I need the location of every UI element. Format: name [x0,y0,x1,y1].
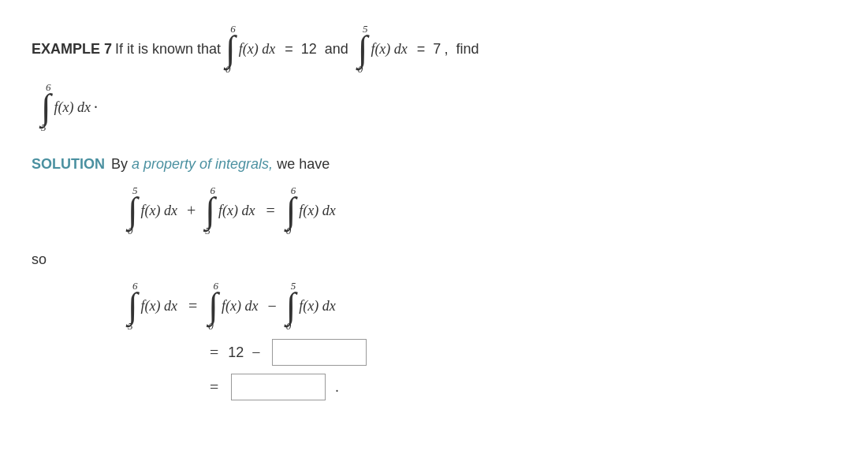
find-integral-line: 6 ∫ 5 f(x) dx · [39,82,836,132]
equals2: = [417,41,426,58]
eq2-minus: − [267,297,276,315]
integral1-sign: ∫ [225,31,236,67]
find-integral-lower: 5 [41,122,47,132]
property-equation: 5 ∫ 0 f(x) dx + 6 ∫ 5 f(x) dx = 6 ∫ 0 f(… [126,185,836,236]
example-label: EXAMPLE 7 [32,41,112,58]
answer-box2[interactable] [231,374,326,400]
comma: , [444,41,448,58]
eq1-int1-expr: f(x) dx [141,203,177,219]
trailing-period2: . [335,379,339,396]
eq2-lhs-sign: ∫ [128,288,138,324]
calc-minus: − [251,344,260,362]
eq2-int2: 5 ∫ 0 f(x) dx [286,281,336,331]
find-integral-sign: ∫ [41,89,51,125]
trailing-period: · [94,99,98,117]
value1: 12 [301,41,317,58]
intro-text: If it is known that [115,41,221,58]
solution-intro: By a property of integrals, we have [111,156,330,173]
calc-equals2: = [210,378,218,396]
find-text: find [456,41,479,58]
eq1-plus: + [187,202,196,220]
example-header: EXAMPLE 7 If it is known that 6 ∫ 0 f(x)… [32,24,836,74]
eq2-int2-lower: 0 [286,321,292,331]
rearranged-equation: 6 ∫ 5 f(x) dx = 6 ∫ 0 f(x) dx − 5 ∫ 0 f(… [126,281,836,331]
eq1-int3-expr: f(x) dx [299,203,335,219]
eq2-lhs-lower: 5 [128,321,133,331]
calc-num: 12 [228,344,244,361]
equals1: = [285,41,293,58]
integral1-lower: 0 [225,64,231,74]
solution-section: SOLUTION By a property of integrals, we … [32,156,836,400]
property-link: a property of integrals, [132,156,273,172]
calc-equals1: = [210,344,218,362]
calc-row2: = . [205,374,836,400]
and-text: and [325,41,348,58]
eq1-int2-expr: f(x) dx [218,203,255,219]
eq2-int1-lower: 0 [208,321,214,331]
eq1-int2-sign: ∫ [205,192,215,229]
solution-header: SOLUTION By a property of integrals, we … [32,156,836,173]
integral2-lower: 0 [358,64,363,74]
answer-box1[interactable] [272,339,367,366]
calc-row1: = 12 − [205,339,836,366]
eq1-int3: 6 ∫ 0 f(x) dx [286,185,336,236]
eq1-int2: 6 ∫ 5 f(x) dx [205,185,255,236]
eq1-equals: = [266,202,274,220]
eq2-int1-sign: ∫ [208,288,218,324]
integral2-expr: f(x) dx [371,41,407,58]
eq1-int1-lower: 0 [128,225,133,236]
eq2-equals: = [188,297,197,315]
so-text: so [32,251,836,268]
eq1-int1: 5 ∫ 0 f(x) dx [128,185,177,236]
eq2-lhs-expr: f(x) dx [141,298,177,315]
eq1-int3-lower: 0 [286,225,292,236]
value2: 7 [433,41,441,58]
solution-label: SOLUTION [32,156,105,173]
integral1-expr: f(x) dx [239,41,275,58]
eq1-int2-lower: 5 [205,225,210,236]
eq2-int1-expr: f(x) dx [222,298,258,315]
eq1-int1-sign: ∫ [128,192,138,229]
eq2-lhs: 6 ∫ 5 f(x) dx [128,281,177,331]
eq2-int1: 6 ∫ 0 f(x) dx [208,281,258,331]
integral1: 6 ∫ 0 f(x) dx [225,24,275,74]
integral2: 5 ∫ 0 f(x) dx [358,24,408,74]
integral2-sign: ∫ [358,31,368,67]
find-integral: 6 ∫ 5 f(x) dx [41,82,91,132]
eq1-int3-sign: ∫ [286,192,296,229]
find-integral-expr: f(x) dx [54,99,91,116]
eq2-int2-sign: ∫ [286,288,296,324]
eq2-int2-expr: f(x) dx [299,298,335,315]
